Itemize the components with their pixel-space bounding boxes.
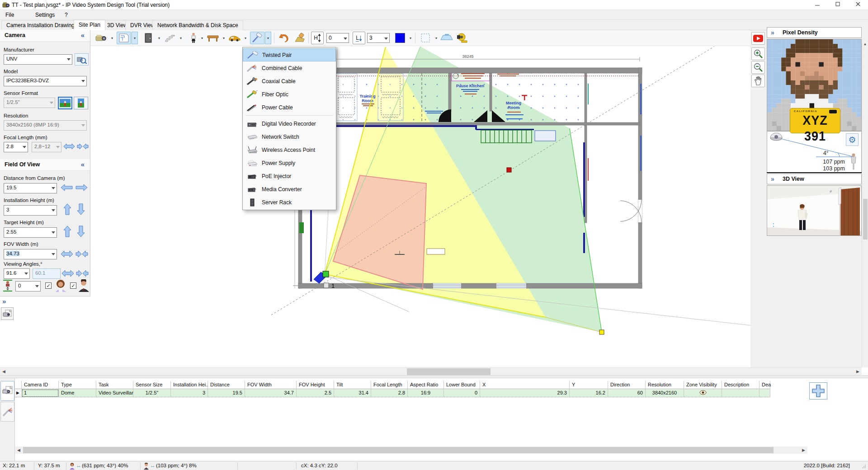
minimize-button[interactable] [807,0,827,10]
column-header[interactable]: FOV Width [245,381,297,389]
table-cell[interactable]: 19.5 [208,389,245,397]
focal-widen-button[interactable] [63,143,75,150]
canvas-h-scrollbar[interactable]: ◀ ▶ [0,367,862,375]
height-value-dropdown[interactable]: 0 [326,33,349,43]
column-header[interactable]: Resolution [646,381,684,389]
zoom-out-button[interactable] [751,61,765,74]
panel-splitter[interactable] [0,375,868,378]
scroll-thumb[interactable] [407,368,491,375]
site-plan-canvas[interactable]: 38245 [0,46,750,367]
scroll-thumb[interactable] [863,199,868,240]
collapse-fov-icon[interactable]: « [81,160,85,168]
3d-view-header[interactable]: » 3D View [767,174,862,184]
table-cell[interactable]: Dome [59,389,96,397]
color-picker-dropdown[interactable]: ▾ [407,32,414,44]
aspect-9-16-button[interactable] [74,97,88,109]
column-header[interactable]: Distance [208,381,245,389]
camera-search-button[interactable] [75,53,89,66]
person-height-dropdown[interactable]: 0 [15,281,41,291]
column-header[interactable]: Dea [760,381,770,389]
column-header[interactable]: Installation Hei... [171,381,208,389]
pixel-density-header[interactable]: » Pixel Density [767,27,862,38]
close-button[interactable] [848,0,868,10]
measure-tool-button[interactable] [455,32,469,44]
table-cell[interactable]: 2.5 [297,389,334,397]
column-header[interactable]: X [480,381,570,389]
undo-button[interactable] [277,32,291,44]
selection-tool-button[interactable] [418,32,433,44]
menu-settings[interactable]: Settings [32,11,58,19]
table-cell[interactable]: 31.4 [334,389,371,397]
column-header[interactable]: Zone Visibility [684,381,722,389]
column-header[interactable]: FOV Height [297,381,334,389]
column-header[interactable]: Task [96,381,133,389]
camera-section-header[interactable]: Camera « [0,30,90,42]
add-door-button[interactable] [141,32,156,44]
add-stairs-dropdown[interactable]: ▾ [178,32,184,44]
menu-item-power-supply[interactable]: Power Supply [243,156,336,169]
table-cell[interactable]: 34.7 [245,389,297,397]
menu-item-twisted-pair[interactable]: Twisted Pair [243,48,336,61]
table-cell[interactable]: 0 [444,389,480,397]
youtube-help-button[interactable] [751,32,765,45]
table-cell[interactable]: 1/2.5" [133,389,171,397]
fov-section-header[interactable]: Field Of View « [0,159,90,171]
man-visibility-checkbox[interactable]: ✓ [70,282,76,289]
focal-length-dropdown[interactable]: 2.8 [4,142,28,152]
cables-table-tab[interactable] [0,402,14,422]
table-cell[interactable]: 60 [608,389,646,397]
menu-item-combined-cable[interactable]: Combined Cable [243,61,336,75]
table-cell[interactable] [760,389,770,397]
table-cell[interactable] [684,389,722,397]
right-panel-scrollbar[interactable]: ▲ [862,41,868,367]
add-vehicle-dropdown[interactable]: ▾ [242,32,249,44]
column-header[interactable]: Tilt [334,381,371,389]
zoom-in-button[interactable] [751,47,765,60]
pixel-density-settings-button[interactable]: ⚙ [846,133,859,146]
length-value-dropdown[interactable]: 3 [367,33,390,43]
add-door-dropdown[interactable]: ▾ [156,32,162,44]
length-mode-button[interactable]: L [353,32,365,44]
scroll-up-arrow[interactable]: ▲ [862,41,868,46]
table-cell[interactable]: 1 [22,389,59,397]
fov-range-handle[interactable] [599,330,604,334]
target-down-button[interactable] [77,226,85,237]
add-vehicle-button[interactable] [227,32,242,44]
height-mode-button[interactable]: H [311,32,324,44]
aspect-16-9-button[interactable] [58,97,72,109]
menu-item-network-switch[interactable]: Network Switch [243,130,336,143]
camera-list-tool-button[interactable] [1,307,14,320]
table-cell[interactable] [722,389,760,397]
installation-height-dropdown[interactable]: 3 [4,205,57,216]
fov-widen-button[interactable] [61,250,73,258]
add-cable-dropdown[interactable]: ▾ [265,32,271,44]
fov-width-dropdown[interactable]: 34.73 [4,249,57,259]
expand-panel-icon[interactable]: » [2,297,6,305]
focal-range-dropdown[interactable]: 2,8~12 [32,142,61,152]
column-header[interactable]: Direction [608,381,646,389]
column-header[interactable]: Camera ID [22,381,59,389]
column-header[interactable]: Y [570,381,608,389]
tab-site-plan[interactable]: Site Plan [74,20,105,30]
color-picker-button[interactable] [393,32,407,44]
collapse-left-icon[interactable]: « [81,31,85,39]
table-cell[interactable]: 16.2 [570,389,608,397]
cameras-table-tab[interactable] [0,381,14,401]
column-header[interactable]: Aspect Ratio [408,381,444,389]
pan-button[interactable] [751,75,765,87]
fov-distance-handle[interactable] [507,168,511,172]
camera-handle[interactable] [323,271,329,277]
tab-network-bandwidth[interactable]: Network Bandwidth & Disk Space [152,20,243,30]
column-header[interactable]: Description [722,381,760,389]
menu-item-fiber-optic[interactable]: Fiber Optic [243,88,336,101]
scroll-right-arrow[interactable]: ▶ [854,368,862,376]
table-cell[interactable]: 29.3 [480,389,570,397]
column-header[interactable]: Lower Bound [444,381,480,389]
add-row-button[interactable] [809,382,827,400]
scroll-left-arrow[interactable]: ◀ [0,368,8,376]
menu-item-wireless-access-point[interactable]: Wireless Access Point [243,143,336,156]
table-cell[interactable]: 3 [171,389,208,397]
distance-increase-button[interactable] [75,184,88,191]
add-cable-button[interactable] [250,32,264,44]
model-dropdown[interactable]: IPC3238ER3-DVZ [4,76,87,86]
